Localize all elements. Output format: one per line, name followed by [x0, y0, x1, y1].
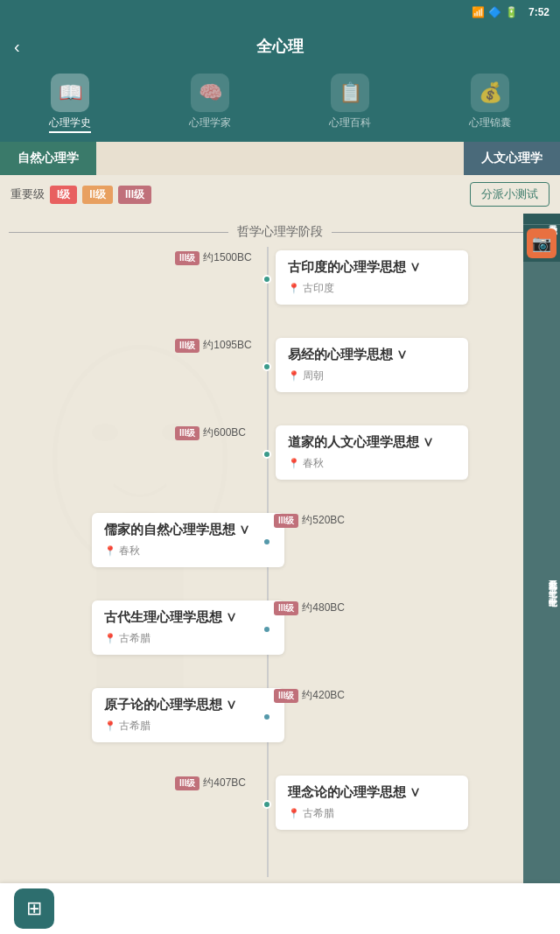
event-card-5[interactable]: 古代生理心理学思想 ∨ 📍 古希腊	[92, 600, 284, 655]
history-icon: 📖	[51, 74, 89, 112]
pin-icon-3: 📍	[288, 458, 300, 469]
pin-icon-2: 📍	[288, 370, 300, 382]
card-title-6: 原子论的心理学思想 ∨	[104, 697, 272, 713]
date-label-7: 约407BC III级	[175, 776, 246, 790]
badge-level1: I级	[50, 186, 77, 204]
card-location-5: 📍 古希腊	[104, 631, 272, 646]
pin-icon-7: 📍	[288, 808, 300, 819]
bluetooth-icon: 🔷	[488, 6, 501, 18]
dot-5	[262, 625, 271, 634]
dot-1	[262, 275, 271, 284]
timeline-item: III级 约420BC 原子论的心理学思想 ∨ 📍 古希腊	[0, 685, 560, 772]
tab-encyclopedia[interactable]: 📋 心理百科	[280, 74, 420, 133]
tab-collection[interactable]: 💰 心理锦囊	[420, 74, 560, 133]
date-label-6: III级 约420BC	[274, 688, 345, 703]
date-label-3: 约600BC III级	[175, 425, 246, 440]
card-location-7: 📍 古希腊	[288, 806, 456, 821]
timeline-item: 约407BC III级 理念论的心理学思想 ∨ 📍 古希腊	[0, 772, 560, 860]
dot-2	[262, 362, 271, 371]
timeline-item: III级 约480BC 古代生理心理学思想 ∨ 📍 古希腊	[0, 597, 560, 685]
location-text-2: 周朝	[303, 369, 324, 383]
card-title-1: 古印度的心理学思想 ∨	[288, 259, 456, 276]
level-badge-2: III级	[175, 339, 200, 353]
legend-bar: 重要级 I级 II级 III级 分派小测试	[0, 175, 560, 214]
date-label-5: III级 约480BC	[274, 600, 345, 615]
card-location-2: 📍 周朝	[288, 369, 456, 383]
tab-psychologist-label: 心理学家	[189, 116, 231, 130]
pin-icon-6: 📍	[104, 720, 116, 732]
card-location-6: 📍 古希腊	[104, 719, 272, 734]
collection-icon: 💰	[471, 74, 509, 112]
date-label-2: 约1095BC III级	[175, 338, 252, 353]
encyclopedia-icon: 📋	[331, 74, 369, 112]
date-text-5: 约480BC	[302, 600, 345, 615]
camera-icon[interactable]: 📷	[527, 228, 556, 258]
location-text-3: 春秋	[303, 456, 324, 471]
timeline-item: III级 约520BC 儒家的自然心理学思想 ∨ 📍 春秋	[0, 509, 560, 597]
nav-tabs: 📖 心理学史 🧠 心理学家 📋 心理百科 💰 心理锦囊	[0, 68, 560, 142]
event-card-7[interactable]: 理念论的心理学思想 ∨ 📍 古希腊	[276, 776, 468, 830]
date-text-1: 约1500BC	[203, 250, 251, 265]
dot-4	[262, 537, 271, 546]
sidebar-era-2[interactable]: 公元前六至公元五世纪／五至十七世纪／十七至十九世纪中叶	[523, 262, 560, 902]
card-location-1: 📍 古印度	[288, 281, 456, 296]
location-text-6: 古希腊	[119, 719, 150, 734]
pin-icon-1: 📍	[288, 283, 300, 294]
event-card-6[interactable]: 原子论的心理学思想 ∨ 📍 古希腊	[92, 688, 284, 742]
main-content: 哲学心理学阶段 约1500BC III级 古印度的心理学思想 ∨ 📍 古印度 约	[0, 214, 560, 914]
section-title: 哲学心理学阶段	[237, 224, 323, 240]
dot-3	[262, 450, 271, 459]
card-title-5: 古代生理心理学思想 ∨	[104, 609, 272, 626]
timeline-container: 约1500BC III级 古印度的心理学思想 ∨ 📍 古印度 约1095BC I…	[0, 247, 560, 877]
level-badge-6: III级	[274, 689, 298, 703]
level-badge-1: III级	[175, 251, 200, 265]
tab-collection-label: 心理锦囊	[469, 116, 511, 130]
section-line-right	[332, 232, 551, 233]
tab-psychologist[interactable]: 🧠 心理学家	[140, 74, 280, 133]
home-button[interactable]: ⊞	[14, 888, 54, 929]
tab-encyclopedia-label: 心理百科	[329, 116, 371, 130]
dot-7	[262, 800, 271, 809]
location-text-5: 古希腊	[119, 631, 150, 646]
natural-psychology-btn[interactable]: 自然心理学	[0, 142, 96, 175]
home-icon: ⊞	[26, 897, 42, 920]
timeline-item: 约1095BC III级 易经的心理学思想 ∨ 📍 周朝	[0, 334, 560, 422]
humanistic-psychology-btn[interactable]: 人文心理学	[464, 142, 560, 175]
card-title-7: 理念论的心理学思想 ∨	[288, 784, 456, 801]
date-text-4: 约520BC	[302, 513, 345, 528]
level-badge-3: III级	[175, 426, 200, 440]
card-title-2: 易经的心理学思想 ∨	[288, 347, 456, 363]
card-location-4: 📍 春秋	[104, 544, 272, 558]
battery-icon: 🔋	[505, 6, 518, 18]
event-card-2[interactable]: 易经的心理学思想 ∨ 📍 周朝	[276, 338, 468, 392]
date-text-3: 约600BC	[203, 425, 246, 440]
level-badge-7: III级	[175, 776, 200, 790]
pin-icon-5: 📍	[104, 633, 116, 644]
right-sidebar: 公元前十六至前十二世纪 📷 公元前六至公元五世纪／五至十七世纪／十七至十九世纪中…	[523, 214, 560, 914]
app-header: ‹ 全心理	[0, 25, 560, 68]
status-icons: 📶 🔷 🔋 7:52	[472, 6, 550, 18]
date-text-7: 约407BC	[203, 776, 246, 790]
event-card-1[interactable]: 古印度的心理学思想 ∨ 📍 古印度	[276, 250, 468, 305]
sidebar-era-1[interactable]: 公元前十六至前十二世纪	[523, 214, 560, 225]
date-text-2: 约1095BC	[203, 338, 251, 353]
date-label-4: III级 约520BC	[274, 513, 345, 528]
pin-icon-4: 📍	[104, 545, 116, 557]
event-card-3[interactable]: 道家的人文心理学思想 ∨ 📍 春秋	[276, 425, 468, 480]
category-bar: 自然心理学 人文心理学	[0, 142, 560, 175]
date-text-6: 约420BC	[302, 688, 345, 703]
event-card-4[interactable]: 儒家的自然心理学思想 ∨ 📍 春秋	[92, 513, 284, 567]
status-time: 7:52	[528, 6, 550, 18]
section-header: 哲学心理学阶段	[0, 214, 560, 247]
dot-6	[262, 713, 271, 721]
card-location-3: 📍 春秋	[288, 456, 456, 471]
timeline-item: 约1500BC III级 古印度的心理学思想 ∨ 📍 古印度	[0, 247, 560, 334]
bottom-nav: ⊞	[0, 883, 560, 934]
legend-prefix: 重要级	[10, 186, 45, 202]
back-button[interactable]: ‹	[14, 37, 20, 57]
location-text-1: 古印度	[303, 281, 334, 296]
location-text-7: 古希腊	[303, 806, 334, 821]
badge-level3: III级	[118, 186, 151, 204]
tab-history[interactable]: 📖 心理学史	[0, 74, 140, 133]
test-button[interactable]: 分派小测试	[470, 182, 550, 207]
